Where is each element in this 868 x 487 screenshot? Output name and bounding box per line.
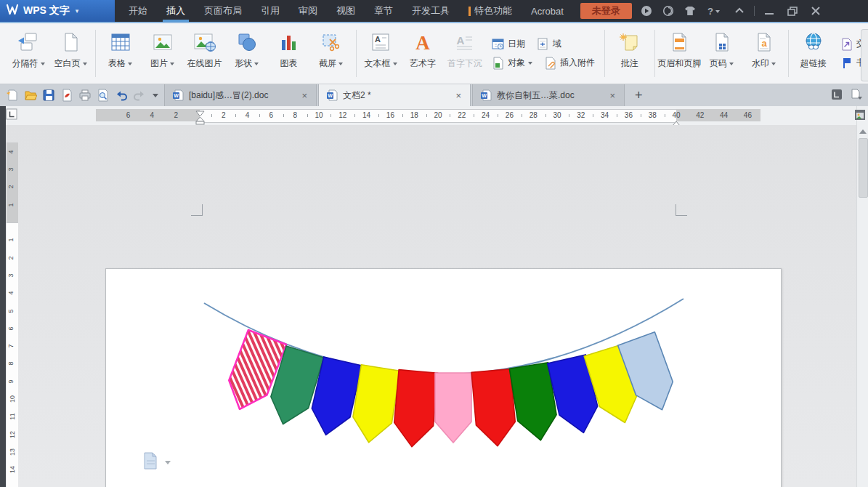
ribbon-button-label: 域	[553, 38, 561, 50]
feedback-icon[interactable]	[662, 5, 674, 17]
ribbon-button-dropcap: A首字下沉	[444, 23, 486, 84]
ruler-toggle-icon[interactable]	[853, 108, 867, 124]
ribbon-button-label: 页码	[710, 57, 727, 70]
ribbon-button-label: 首字下沉	[447, 57, 482, 70]
ruler-tick	[402, 114, 403, 117]
undo-button[interactable]	[115, 89, 128, 102]
ruler-number: 1	[7, 238, 15, 242]
ruler-tick	[474, 114, 474, 117]
redo-button[interactable]	[133, 89, 146, 102]
new-tab-button[interactable]: +	[626, 84, 652, 106]
menu-tab-3[interactable]: 页面布局	[195, 0, 251, 22]
document-tab-2[interactable]: W文档2 *×	[318, 84, 471, 106]
ruler-number: 11	[9, 414, 16, 420]
collapse-ribbon-button[interactable]	[729, 0, 750, 22]
menu-tab-6[interactable]: 视图	[327, 0, 365, 22]
ribbon-button-header-footer[interactable]: 页眉和页脚	[658, 23, 700, 84]
undo-icon	[115, 89, 128, 102]
menu-tab-1[interactable]: 开始	[119, 0, 157, 22]
vertical-ruler: 43211234567891011121314	[7, 125, 18, 487]
open-folder-button[interactable]	[24, 89, 37, 102]
document-tab-1[interactable]: W[baidu]感…冒(2).doc×	[164, 84, 317, 106]
page-settings-widget[interactable]	[142, 452, 171, 472]
menu-tab-10[interactable]: Acrobat	[522, 0, 573, 22]
ribbon-button-shapes[interactable]: 形状	[226, 23, 268, 84]
ribbon-button-table[interactable]: 表格	[100, 23, 142, 84]
menu-tab-4[interactable]: 引用	[251, 0, 289, 22]
vertical-scrollbar[interactable]	[856, 106, 868, 487]
ribbon-button-hyperlink[interactable]: 超链接	[792, 23, 835, 84]
ribbon-button-picture[interactable]: 图片	[142, 23, 184, 84]
ribbon-button-object[interactable]: 对象	[492, 57, 532, 70]
svg-text:W: W	[174, 93, 179, 98]
ribbon-button-watermark[interactable]: a水印	[742, 23, 784, 84]
tab-close-icon[interactable]: ×	[454, 90, 463, 101]
skin-icon[interactable]	[684, 5, 696, 17]
pdf-export-button[interactable]	[60, 89, 73, 102]
bunting-flags-drawing[interactable]	[196, 289, 697, 460]
tab-list-icon[interactable]	[830, 88, 843, 101]
menu-tabs: 开始插入页面布局引用审阅视图章节开发工具特色功能Acrobat	[119, 0, 573, 22]
tab-close-icon[interactable]: ×	[300, 90, 309, 101]
ruler-number: 12	[9, 431, 16, 438]
ruler-tick	[665, 114, 665, 117]
titlebar-icons: ?	[641, 0, 722, 22]
minimize-button[interactable]	[759, 0, 779, 22]
ribbon-button-chart[interactable]: 图表	[268, 23, 310, 84]
ribbon-button-wordart[interactable]: A艺术字	[402, 23, 444, 84]
ribbon-button-page-number[interactable]: 页码	[700, 23, 742, 84]
ruler-number: 5	[7, 309, 15, 313]
ribbon-button-section-break[interactable]: 分隔符	[7, 23, 49, 84]
ribbon-button-online-picture[interactable]: 在线图片	[184, 23, 226, 84]
ribbon-edge-bar[interactable]	[861, 29, 868, 81]
login-button[interactable]: 未登录	[580, 3, 632, 19]
ribbon-button-attachment[interactable]: 插入附件	[544, 57, 595, 70]
ruler-tick	[545, 114, 546, 117]
menu-tab-8[interactable]: 开发工具	[402, 0, 459, 22]
flag-pink[interactable]	[435, 373, 471, 443]
new-doc-button[interactable]	[6, 89, 19, 102]
tab-stop-selector[interactable]	[6, 108, 18, 124]
restore-button[interactable]	[782, 0, 803, 22]
svg-text:W: W	[328, 93, 333, 98]
ribbon-button-label: 形状	[235, 57, 252, 70]
dropdown-caret-icon	[41, 63, 45, 65]
arrange-windows-icon[interactable]	[849, 88, 864, 101]
print-button[interactable]	[78, 89, 92, 102]
menu-tab-9[interactable]: 特色功能	[459, 0, 522, 22]
dropdown-caret-icon	[393, 63, 397, 65]
document-tab-title: [baidu]感…冒(2).doc	[189, 89, 295, 102]
help-icon[interactable]: ?	[706, 5, 722, 17]
scrollbar-thumb[interactable]	[859, 138, 868, 198]
ribbon-button-date[interactable]: 日期	[492, 38, 525, 51]
ribbon-button-comment[interactable]: 批注	[609, 23, 651, 84]
ribbon-button-screenshot[interactable]: 截屏	[310, 23, 352, 84]
ruler-number: 22	[458, 111, 466, 119]
ruler-number: 6	[126, 111, 131, 119]
save-button[interactable]	[42, 89, 55, 102]
svg-text:a: a	[762, 38, 768, 49]
tab-close-icon[interactable]: ×	[608, 90, 617, 101]
close-button[interactable]	[806, 0, 826, 22]
collapse-ribbon-icon	[734, 5, 745, 17]
ribbon-button-textbox[interactable]: A文本框	[360, 23, 402, 84]
flag-red-1[interactable]	[392, 370, 438, 448]
chart-icon	[278, 32, 300, 52]
ribbon-button-blank-page[interactable]: 空白页	[49, 23, 92, 84]
ribbon-button-field[interactable]: 域	[537, 38, 561, 51]
menu-tab-2[interactable]: 插入	[157, 0, 195, 22]
ruler-tick	[617, 114, 617, 117]
menu-tab-7[interactable]: 章节	[365, 0, 402, 22]
scroll-up-arrow[interactable]	[859, 129, 867, 134]
flag-red-2[interactable]	[471, 369, 517, 448]
ribbon-button-label: 艺术字	[410, 57, 436, 70]
print-preview-button[interactable]	[97, 89, 110, 102]
document-tab-3[interactable]: W教你自制五…菜.doc×	[472, 84, 625, 106]
play-circle-icon[interactable]	[641, 5, 652, 17]
ruler-number: 8	[293, 111, 297, 119]
quick-access-more-caret-icon[interactable]	[153, 94, 158, 97]
ruler-number: 36	[625, 111, 633, 119]
menu-tab-5[interactable]: 审阅	[289, 0, 327, 22]
app-menu-button[interactable]: WPS 文字 ▾	[0, 0, 115, 22]
wordart-icon: A	[412, 32, 434, 52]
